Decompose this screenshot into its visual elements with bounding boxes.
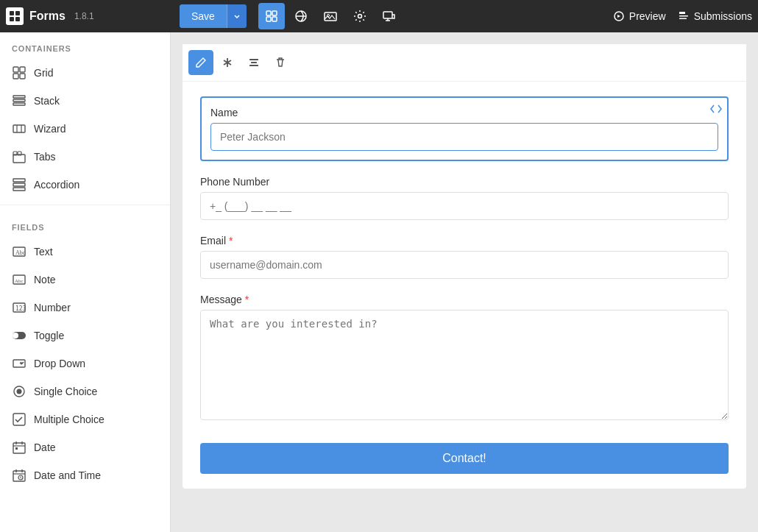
date-time-label: Date and Time [34,469,101,481]
tabs-icon [12,149,26,164]
svg-text:Abc: Abc [15,278,24,284]
fields-section-title: FIELDS [0,211,170,238]
svg-point-41 [17,389,22,394]
preview-button[interactable]: Preview [613,10,666,22]
app-name: Forms [29,10,65,23]
svg-rect-3 [15,17,20,21]
phone-input[interactable] [200,192,729,220]
email-label: Email * [200,235,729,247]
message-required-marker: * [245,294,249,305]
note-label: Note [34,274,56,285]
svg-rect-12 [383,12,392,18]
sidebar-item-number[interactable]: 123 Number [0,294,170,322]
app-version: 1.8.1 [74,11,94,21]
sidebar-item-note[interactable]: Abc Note [0,266,170,294]
image-icon-btn[interactable] [317,3,344,29]
svg-rect-49 [249,65,258,66]
svg-rect-16 [679,18,687,20]
theme-icon-btn[interactable] [288,3,314,29]
svg-rect-15 [679,15,688,17]
sidebar: CONTAINERS Grid Stack [0,32,171,532]
sidebar-item-date[interactable]: Date [0,433,170,461]
svg-rect-44 [15,447,18,450]
sidebar-item-dropdown[interactable]: Drop Down [0,350,170,377]
preview-label: Preview [629,10,666,22]
text-icon: Abc [12,244,26,259]
dropdown-label: Drop Down [34,358,85,369]
toggle-label: Toggle [34,330,64,341]
topbar: Forms 1.8.1 Save [0,0,758,32]
submissions-label: Submissions [694,10,752,22]
content-area: Name Phone Number Email * [171,32,758,532]
message-textarea[interactable] [200,310,729,420]
align-btn[interactable] [241,50,266,75]
app-icon [6,7,24,25]
email-input[interactable] [200,251,729,279]
svg-text:123: 123 [15,305,26,312]
sidebar-item-date-time[interactable]: Date and Time [0,461,170,489]
form-editor: Name Phone Number Email * [183,44,746,489]
stack-label: Stack [34,95,60,107]
svg-rect-21 [13,96,25,98]
grid-icon [12,65,26,80]
delete-btn[interactable] [268,50,293,75]
email-field-group: Email * [200,235,729,279]
name-label: Name [210,107,718,118]
sidebar-item-tabs[interactable]: Tabs [0,143,170,171]
sidebar-item-grid[interactable]: Grid [0,59,170,87]
save-button[interactable]: Save [180,4,227,28]
sidebar-item-wizard[interactable]: Wizard [0,115,170,143]
svg-rect-47 [249,59,258,60]
multiple-choice-label: Multiple Choice [34,414,105,425]
containers-section-title: CONTAINERS [0,32,170,59]
svg-rect-7 [272,17,277,21]
sidebar-item-multiple-choice[interactable]: Multiple Choice [0,405,170,433]
svg-rect-6 [266,17,271,21]
submit-button[interactable]: Contact! [200,443,729,474]
app-logo: Forms 1.8.1 [6,7,174,25]
tabs-label: Tabs [34,151,56,163]
sidebar-item-single-choice[interactable]: Single Choice [0,377,170,405]
stack-icon [12,93,26,108]
number-label: Number [34,302,71,313]
svg-rect-48 [251,62,257,63]
svg-point-11 [358,15,361,18]
svg-rect-0 [10,11,14,15]
sidebar-item-text[interactable]: Abc Text [0,238,170,266]
save-dropdown-button[interactable] [227,4,247,28]
dropdown-icon [12,356,26,371]
submissions-button[interactable]: Submissions [678,10,752,22]
single-choice-label: Single Choice [34,386,97,397]
message-field-group: Message * [200,294,729,422]
date-time-icon [12,468,26,483]
wizard-icon [12,121,26,136]
sidebar-item-accordion[interactable]: Accordion [0,171,170,199]
accordion-icon [12,177,26,192]
device-icon-btn[interactable] [376,3,403,29]
svg-rect-20 [20,74,25,79]
sidebar-item-toggle[interactable]: Toggle [0,322,170,350]
svg-text:Abc: Abc [15,249,26,256]
svg-rect-1 [15,11,20,15]
svg-rect-2 [10,17,14,21]
settings-icon-btn[interactable] [347,3,373,29]
name-input[interactable] [210,123,718,151]
svg-rect-39 [13,360,25,367]
asterisk-btn[interactable] [215,50,240,75]
sidebar-item-stack[interactable]: Stack [0,87,170,115]
svg-rect-25 [13,155,25,163]
name-field-container[interactable]: Name [200,96,729,161]
svg-rect-9 [325,13,336,21]
layout-icon-btn[interactable] [258,3,285,29]
date-icon [12,440,26,455]
toolbar-icons [258,3,403,29]
accordion-label: Accordion [34,179,79,191]
svg-rect-23 [13,103,25,105]
note-icon: Abc [12,272,26,287]
edit-btn[interactable] [188,50,213,75]
date-label: Date [34,441,56,453]
svg-rect-30 [13,188,25,191]
svg-rect-28 [13,179,25,182]
resize-handle[interactable] [709,102,723,116]
multiple-choice-icon [12,412,26,427]
